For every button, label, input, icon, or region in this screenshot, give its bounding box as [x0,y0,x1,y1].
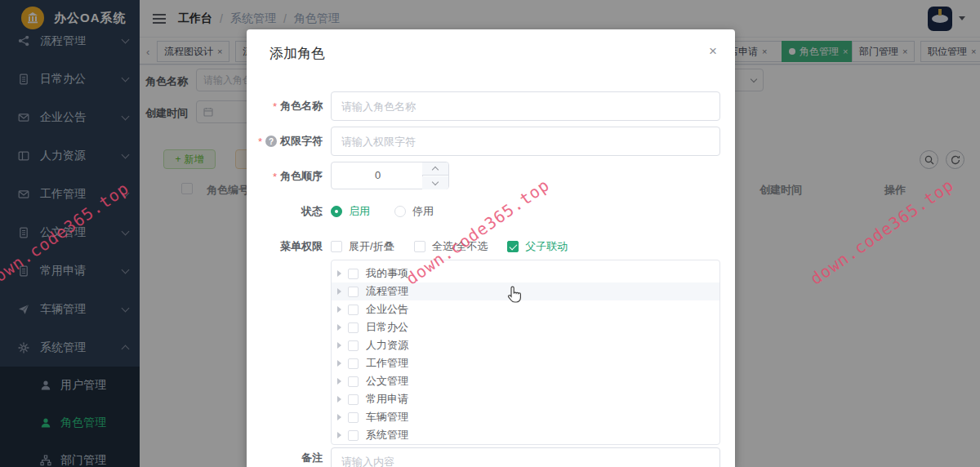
caret-right-icon[interactable] [337,288,341,295]
tree-checkbox[interactable] [348,305,359,315]
tree-checkbox[interactable] [348,376,359,387]
status-enabled-radio[interactable]: 启用 [331,204,370,219]
help-icon: ? [265,136,277,147]
add-role-dialog: 添加角色 × *角色名称 * ? 权限字符 *角色顺序 0 状态 [247,29,735,467]
dialog-close-icon[interactable]: × [709,44,717,58]
tree-item-process[interactable]: 流程管理 [332,282,719,300]
caret-right-icon[interactable] [337,306,341,313]
stepper-up-button[interactable] [422,162,448,176]
tree-item-daily-office[interactable]: 日常办公 [332,318,719,336]
tree-checkbox[interactable] [348,430,359,441]
tree-checkbox[interactable] [348,358,359,369]
caret-right-icon[interactable] [337,432,341,438]
role-name-label: *角色名称 [247,99,323,113]
tree-item-hr[interactable]: 人力资源 [332,336,719,354]
role-name-input[interactable] [331,91,720,121]
checkbox-icon [331,241,342,252]
menu-perm-options: 展开/折叠 全选/全不选 父子联动 [331,239,568,254]
tree-checkbox[interactable] [348,269,359,279]
radio-dot-icon [331,206,342,217]
tree-item-my-matters[interactable]: 我的事项 [332,265,719,282]
remark-label: 备注 [247,451,323,465]
caret-right-icon[interactable] [337,360,341,367]
caret-right-icon[interactable] [337,324,341,331]
caret-right-icon[interactable] [337,396,341,403]
stepper-down-button[interactable] [422,176,448,189]
tree-item-vehicle[interactable]: 车辆管理 [332,408,719,426]
menu-permission-tree: 我的事项 流程管理 企业公告 日常办公 人力资源 工作管理 公文管理 常用申请 … [331,260,720,445]
caret-right-icon[interactable] [337,342,341,349]
tree-checkbox[interactable] [348,412,359,423]
role-order-stepper: 0 [331,162,449,189]
remark-textarea[interactable] [331,447,720,467]
tree-checkbox[interactable] [348,394,359,405]
tree-item-work[interactable]: 工作管理 [332,354,719,372]
perm-char-input[interactable] [331,127,720,156]
status-radio-group: 启用 停用 [331,204,434,219]
role-order-value[interactable]: 0 [332,162,424,189]
tree-checkbox[interactable] [348,340,359,351]
checkbox-icon [414,241,425,252]
dialog-title: 添加角色 [270,44,325,63]
role-order-label: *角色顺序 [247,169,323,184]
menu-perm-label: 菜单权限 [247,239,323,254]
radio-dot-icon [394,206,406,217]
tree-item-system[interactable]: 系统管理 [332,426,719,444]
tree-checkbox[interactable] [348,287,359,297]
oa-app: 流程管理 日常办公 企业公告 人力资源 [0,0,980,467]
select-all-checkbox[interactable]: 全选/全不选 [414,239,488,254]
caret-right-icon[interactable] [337,378,341,385]
checkbox-checked-icon [507,241,519,252]
caret-right-icon[interactable] [337,270,341,277]
tree-item-official-doc[interactable]: 公文管理 [332,372,719,390]
perm-char-label: * ? 权限字符 [247,134,323,149]
tree-checkbox[interactable] [348,322,359,333]
tree-item-announcement[interactable]: 企业公告 [332,300,719,318]
expand-collapse-checkbox[interactable]: 展开/折叠 [331,239,394,254]
caret-right-icon[interactable] [337,414,341,420]
parent-child-linkage-checkbox[interactable]: 父子联动 [507,239,568,254]
tree-item-common-apply[interactable]: 常用申请 [332,390,719,408]
status-label: 状态 [247,204,323,219]
status-disabled-radio[interactable]: 停用 [394,204,434,219]
